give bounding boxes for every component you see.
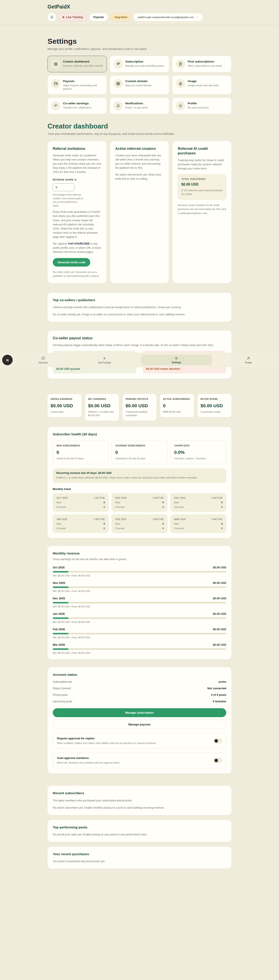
revenue-bar [53,648,226,650]
trend-month-box: MAR 20260 ACTIVE New0 Churned0 [171,515,226,533]
new-subscribers-box: NEW SUBSCRIBERS 0 Joined in the last 30 … [53,440,108,464]
settings-card-title: Co-seller earnings [63,102,92,105]
settings-card-payouts[interactable]: Payouts Stripe Express onboarding and pa… [48,75,107,94]
revenue-bar [53,571,226,573]
queued-amount: $0.00 USD queued [56,368,80,371]
settings-card-title: Subscription [125,60,164,63]
top-posts-title: Top performing posts [53,825,226,829]
revenue-row: Dec 2025$0.00 USD Net: $0.00 USD • Fees:… [53,597,226,608]
nav-label: Discover [38,361,48,364]
require-approval-toggle[interactable] [214,738,222,743]
trend-month-box: OCT 20250 ACTIVE New0 Churned0 [53,493,108,512]
sparkle-icon [116,62,120,66]
stat-active-subscribers: ACTIVE SUBSCRIBERS 0 MRR $0.00 USD [160,394,194,417]
settings-card-desc: Bio and social links [188,106,209,109]
active-referred-desc: Creators you have onboarded who are stil… [115,154,164,170]
referral-intro: Generate invite codes as a publisher. Wh… [53,154,101,174]
payout-status-desc: Pending payouts trigger automatically wh… [53,343,226,347]
subscriber-health-boxes: NEW SUBSCRIBERS 0 Joined in the last 30 … [53,440,226,464]
live-training-pill[interactable]: Live Training [58,13,87,21]
recent-purchases-card: Your recent purchases You haven't purcha… [48,847,231,869]
plus-icon [102,356,106,360]
earnings-stats-row: GROSS EARNINGS $0.00 USD 0 total sales N… [48,394,231,421]
globe-icon [116,81,120,86]
ref-code: ?ref=YOURCODE [68,242,89,245]
churn-rate-box: CHURN RATE 0.0% Churned ÷ (active + chur… [171,440,226,464]
monthly-trend-title: Monthly trend [53,488,226,491]
revenue-bar [53,633,226,635]
settings-card-usage[interactable]: Usage Usage events and rate limits [172,75,231,94]
stat-buyer-spend: BUYER SPEND $0.00 USD 0 purchases made [198,394,231,417]
payout-status-title: Co-seller payout status [53,336,226,340]
ai-credit-title: Referred AI credit purchases [178,146,226,156]
settings-card-custom-domain[interactable]: Custom domain Map your brand domain [110,75,169,94]
live-training-label: Live Training [66,16,83,19]
settings-card-title: Notifications [125,102,148,105]
require-approval-setting: Require approval for replies When enable… [53,733,226,749]
revenue-row: Oct 2025$0.00 USD Net: $0.00 USD • Fees:… [53,566,226,577]
nav-item-profile[interactable]: Profile [218,356,279,364]
revenue-bar [53,587,226,588]
stat-pending-payouts: PENDING PAYOUTS $0.00 USD 0 payments awa… [123,394,156,421]
subscriber-health-title: Subscriber health (30 days) [53,432,226,436]
revenue-share-help: Percentage of the referred creator's net… [53,193,83,207]
active-referred-title: Active referred creators [115,146,164,151]
monthly-revenue-title: Monthly revenue [53,551,226,555]
settings-card-title: Payouts [63,80,103,83]
settings-card-subscription[interactable]: Subscription Manage your plan and billin… [110,56,169,72]
toggle-knob [214,759,218,762]
monthly-revenue-subtitle: Gross earnings for the last six months (… [53,557,226,562]
nav-item-discover[interactable]: Discover [13,356,74,364]
settings-card-desc: Manage your plan and billing status [125,64,164,67]
total-purchased-sub: 0 of 0 referred users have purchased AI … [181,189,223,196]
nav-label: Profile [245,361,252,364]
bell-icon [116,103,120,108]
header-pill-row: Live Training Payouts Upgraded walkthrou… [48,13,231,22]
dashboard-title: Creator dashboard [48,123,231,130]
manage-payouts-button[interactable]: Manage payouts [53,720,226,729]
monthly-revenue-card: Monthly revenue Gross earnings for the l… [48,546,231,659]
live-dot-icon [62,16,64,18]
handshake-icon [54,103,58,108]
revenue-share-label: REVENUE SHARE % [53,178,85,181]
manage-subscription-button[interactable]: Manage subscription [53,708,226,717]
dashboard-header: Creator dashboard Track your monetizatio… [48,123,231,135]
settings-card-profile[interactable]: Profile Bio and social links [172,97,231,114]
receipt-icon [178,62,183,66]
referral-title: Referral invitations [53,146,101,151]
generate-invite-code-button[interactable]: Generate invite code [53,258,90,267]
settings-card-creator-dashboard[interactable]: Creator dashboard Invoices, referrals, a… [48,56,107,72]
nav-label: Settings [172,361,181,364]
recent-subscribers-empty: No active subscribers yet. Enable monthl… [53,806,226,810]
settings-card-post-subscriptions[interactable]: Post subscriptions Who's subscribed to y… [172,56,231,72]
gear-icon [178,103,183,108]
account-row: Upcoming posts 0 tentative [53,700,226,703]
stat-gross-earnings: GROSS EARNINGS $0.00 USD 0 total sales [48,394,81,417]
nav-item-get-funded[interactable]: Get Funded [74,356,135,364]
auto-approve-toggle[interactable] [214,758,222,763]
payouts-pill[interactable]: Payouts [89,13,108,21]
settings-card-co-seller-earnings[interactable]: Co-seller earnings Transfers for collabo… [48,97,107,114]
account-email: walkthrough.createareferrallin.local@get… [137,16,194,19]
upgraded-label: Upgraded [115,16,127,19]
account-row: Stripe Connect Not connected [53,687,226,690]
chat-icon [41,356,45,360]
referral-invitations-card: Referral invitations Generate invite cod… [48,141,107,283]
active-referred-empty: No active referral locks yet. Share your… [115,173,164,181]
settings-card-title: Creator dashboard [63,60,103,63]
revenue-share-input[interactable] [53,183,75,191]
settings-section-header: Settings Manage your profile, notificati… [48,37,231,51]
notifications-button[interactable] [48,13,56,22]
ai-credit-note: Revenue share transfers for AI credit pu… [178,203,226,215]
top-cosellers-title: Top co-sellers / publishers [53,298,226,302]
avatar[interactable]: N [2,355,13,365]
settings-card-notifications[interactable]: Notifications Email + in-app alerts [110,97,169,114]
upgraded-badge[interactable]: Upgraded [110,13,131,21]
revenue-row: Feb 2026$0.00 USD Net: $0.00 USD • Fees:… [53,628,226,639]
settings-card-desc: Who's subscribed to your posts [188,64,222,67]
trend-month-box: DEC 20250 ACTIVE New0 Churned0 [171,493,226,512]
settings-grid: Creator dashboard Invoices, referrals, a… [48,56,231,114]
nav-item-settings[interactable]: Settings [135,355,218,365]
account-email-dropdown[interactable]: walkthrough.createareferrallin.local@get… [133,13,203,21]
trend-month-box: JAN 20260 ACTIVE New0 Churned0 [53,515,108,533]
